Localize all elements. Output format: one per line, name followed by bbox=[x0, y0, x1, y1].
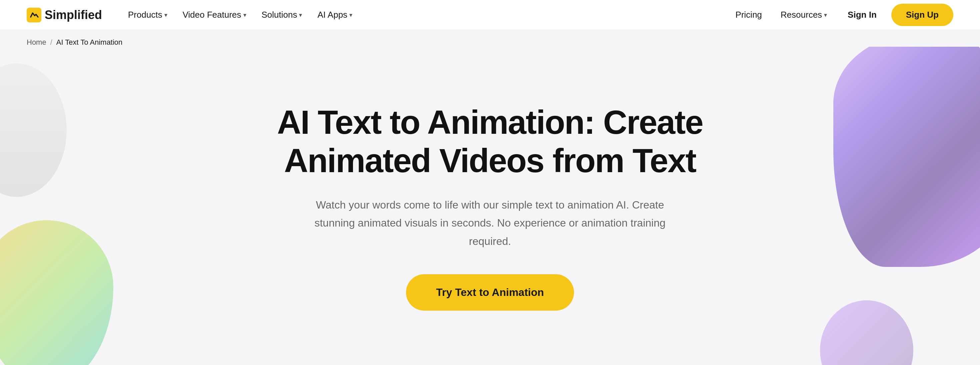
breadcrumb-home-link[interactable]: Home bbox=[27, 38, 46, 47]
hero-title: AI Text to Animation: Create Animated Vi… bbox=[223, 103, 757, 180]
nav-item-solutions[interactable]: Solutions ▾ bbox=[256, 6, 308, 23]
nav-right: Pricing Resources ▾ Sign In Sign Up bbox=[729, 4, 953, 26]
nav-links: Products ▾ Video Features ▾ Solutions ▾ … bbox=[122, 6, 729, 23]
ai-apps-chevron-icon: ▾ bbox=[349, 11, 352, 19]
resources-chevron-icon: ▾ bbox=[824, 11, 827, 19]
blob-left-bottom-decoration bbox=[0, 220, 113, 365]
nav-resources-link[interactable]: Resources ▾ bbox=[775, 6, 833, 23]
hero-section: AI Text to Animation: Create Animated Vi… bbox=[0, 47, 980, 365]
breadcrumb: Home / AI Text To Animation bbox=[0, 30, 980, 47]
sign-up-button[interactable]: Sign Up bbox=[891, 4, 953, 26]
logo-link[interactable]: Simplified bbox=[27, 8, 102, 22]
simplified-logo-icon bbox=[27, 8, 41, 22]
sign-in-button[interactable]: Sign In bbox=[840, 6, 885, 23]
nav-item-products[interactable]: Products ▾ bbox=[122, 6, 173, 23]
nav-item-ai-apps[interactable]: AI Apps ▾ bbox=[311, 6, 358, 23]
video-features-chevron-icon: ▾ bbox=[243, 11, 247, 19]
hero-subtitle: Watch your words come to life with our s… bbox=[307, 196, 673, 250]
hero-content: AI Text to Animation: Create Animated Vi… bbox=[223, 103, 757, 311]
blob-left-mid-decoration bbox=[0, 64, 67, 197]
breadcrumb-separator: / bbox=[50, 38, 52, 47]
products-chevron-icon: ▾ bbox=[164, 11, 167, 19]
blob-right-top-decoration bbox=[833, 47, 980, 267]
solutions-chevron-icon: ▾ bbox=[299, 11, 302, 19]
nav-item-video-features[interactable]: Video Features ▾ bbox=[177, 6, 252, 23]
cta-try-button[interactable]: Try Text to Animation bbox=[406, 274, 574, 311]
blob-right-bottom-decoration bbox=[820, 300, 913, 365]
breadcrumb-current-page: AI Text To Animation bbox=[56, 38, 123, 47]
logo-text: Simplified bbox=[45, 8, 102, 22]
main-nav: Simplified Products ▾ Video Features ▾ S… bbox=[0, 0, 980, 30]
nav-pricing-link[interactable]: Pricing bbox=[729, 6, 768, 23]
